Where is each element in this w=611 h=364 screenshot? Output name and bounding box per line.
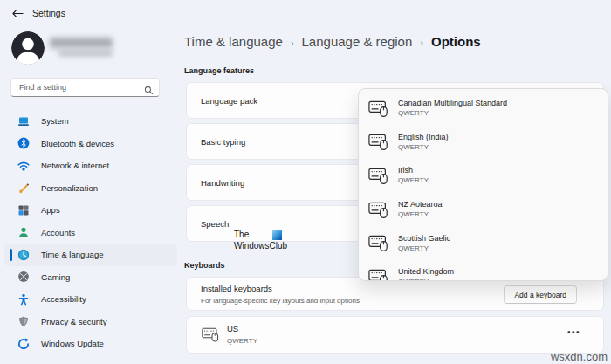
- dropdown-item-layout: QWERTY: [398, 278, 454, 281]
- windowsclub-watermark: The WindowsClub: [234, 230, 287, 251]
- bluetooth-icon: [17, 137, 30, 149]
- row-label: Speech: [201, 219, 229, 229]
- app-title: Settings: [32, 8, 65, 18]
- search-input[interactable]: [11, 79, 150, 96]
- dropdown-item-name: NZ Aotearoa: [398, 200, 443, 209]
- sidebar-item-label: Accounts: [41, 228, 75, 237]
- dropdown-item-scottish-gaelic[interactable]: Scottish Gaelic QWERTY: [359, 226, 608, 260]
- sidebar-nav: System Bluetooth & devices Network & int…: [4, 110, 177, 355]
- keyboard-name: US: [227, 324, 257, 333]
- gaming-icon: [17, 271, 30, 283]
- keyboard-mouse-icon: [368, 235, 389, 251]
- keyboard-mouse-icon: [368, 269, 389, 281]
- keyboard-mouse-icon: [368, 202, 389, 218]
- chevron-right-icon: ›: [420, 36, 423, 48]
- sidebar-item-apps[interactable]: Apps: [4, 199, 177, 222]
- avatar[interactable]: [11, 31, 45, 65]
- sidebar-item-time-language[interactable]: Time & language: [4, 244, 177, 266]
- chevron-right-icon: ›: [291, 36, 294, 48]
- privacy-icon: [17, 315, 30, 327]
- sidebar-item-label: Apps: [41, 205, 60, 215]
- sidebar-item-bluetooth-devices[interactable]: Bluetooth & devices: [4, 133, 177, 155]
- sidebar-item-gaming[interactable]: Gaming: [4, 266, 177, 289]
- accounts-icon: [17, 226, 30, 238]
- keyboard-layout: QWERTY: [227, 337, 257, 345]
- dropdown-item-nz-aotearoa[interactable]: NZ Aotearoa QWERTY: [359, 193, 608, 227]
- keyboard-layout-dropdown: Canadian Multilingual Standard QWERTY En…: [358, 88, 608, 281]
- dropdown-item-united-kingdom[interactable]: United Kingdom QWERTY: [359, 260, 608, 281]
- installed-keyboards-subtitle: For language-specific key layouts and in…: [201, 297, 360, 305]
- sidebar-item-accounts[interactable]: Accounts: [4, 222, 177, 244]
- watermark-line2: WindowsClub: [234, 241, 287, 252]
- keyboard-mouse-icon: [368, 134, 389, 150]
- row-label: Handwriting: [201, 178, 244, 188]
- system-icon: [17, 115, 30, 127]
- row-label: Language pack: [201, 96, 257, 106]
- sidebar-item-label: Time & language: [41, 250, 103, 259]
- network-icon: [17, 160, 30, 172]
- keyboard-mouse-icon: [368, 168, 389, 184]
- keyboard-mouse-icon: [368, 100, 389, 117]
- dropdown-item-layout: QWERTY: [398, 210, 443, 219]
- sidebar-item-label: Bluetooth & devices: [41, 139, 114, 148]
- apps-icon: [17, 204, 30, 216]
- breadcrumb-time-language[interactable]: Time & language: [184, 34, 283, 49]
- titlebar: Settings: [12, 8, 65, 18]
- sidebar-item-label: Privacy & security: [41, 317, 107, 326]
- dropdown-item-layout: QWERTY: [398, 143, 449, 152]
- account-name-blurred: [50, 36, 120, 60]
- search-box[interactable]: [10, 78, 160, 97]
- installed-keyboards-title: Installed keyboards: [201, 284, 360, 293]
- accessibility-icon: [17, 293, 30, 306]
- search-icon: [144, 83, 154, 93]
- breadcrumb-language-region[interactable]: Language & region: [302, 34, 413, 49]
- sidebar-item-label: Personalization: [41, 183, 98, 193]
- dropdown-item-name: Canadian Multilingual Standard: [398, 99, 507, 108]
- dropdown-item-canadian-multilingual[interactable]: Canadian Multilingual Standard QWERTY: [359, 92, 608, 126]
- dropdown-item-layout: QWERTY: [398, 244, 450, 253]
- language-features-heading: Language features: [184, 66, 254, 75]
- dropdown-item-name: Irish: [398, 166, 429, 175]
- dropdown-item-name: English (India): [398, 133, 449, 142]
- dropdown-item-layout: QWERTY: [398, 109, 507, 118]
- breadcrumb: Time & language › Language & region › Op…: [184, 34, 481, 49]
- keyboards-heading: Keyboards: [184, 261, 225, 270]
- dropdown-item-name: United Kingdom: [398, 267, 454, 277]
- row-label: Basic typing: [201, 137, 245, 147]
- dropdown-item-english-india[interactable]: English (India) QWERTY: [359, 126, 608, 160]
- sidebar-item-label: Accessibility: [41, 294, 86, 304]
- wsxdn-watermark: wsxdn.com: [551, 350, 608, 363]
- dropdown-item-irish[interactable]: Irish QWERTY: [359, 159, 608, 193]
- sidebar-item-system[interactable]: System: [4, 110, 177, 133]
- more-options-icon[interactable]: •••: [567, 327, 580, 337]
- sidebar-item-label: Windows Update: [41, 339, 104, 348]
- sidebar-item-windows-update[interactable]: Windows Update: [4, 333, 177, 355]
- dropdown-item-name: Scottish Gaelic: [398, 234, 450, 244]
- dropdown-item-layout: QWERTY: [398, 176, 429, 185]
- page-title: Options: [431, 34, 481, 49]
- windows-update-icon: [17, 338, 30, 350]
- sidebar-item-network-internet[interactable]: Network & internet: [4, 155, 177, 177]
- add-keyboard-button[interactable]: Add a keyboard: [504, 285, 577, 304]
- installed-keyboards-row: Installed keyboards For language-specifi…: [186, 277, 604, 311]
- time-language-icon: [17, 249, 30, 261]
- sidebar-item-personalization[interactable]: Personalization: [4, 177, 177, 200]
- personalization-icon: [17, 182, 30, 194]
- keyboard-mouse-icon: [202, 327, 220, 342]
- sidebar-item-label: System: [41, 116, 69, 126]
- sidebar-item-label: Gaming: [41, 272, 70, 282]
- sidebar-item-accessibility[interactable]: Accessibility: [4, 288, 177, 311]
- sidebar-item-privacy-security[interactable]: Privacy & security: [4, 311, 177, 333]
- keyboard-row-us[interactable]: US QWERTY •••: [186, 316, 604, 354]
- back-icon[interactable]: [12, 9, 24, 18]
- sidebar-item-label: Network & internet: [41, 161, 109, 170]
- windowsclub-logo-icon: [272, 230, 282, 240]
